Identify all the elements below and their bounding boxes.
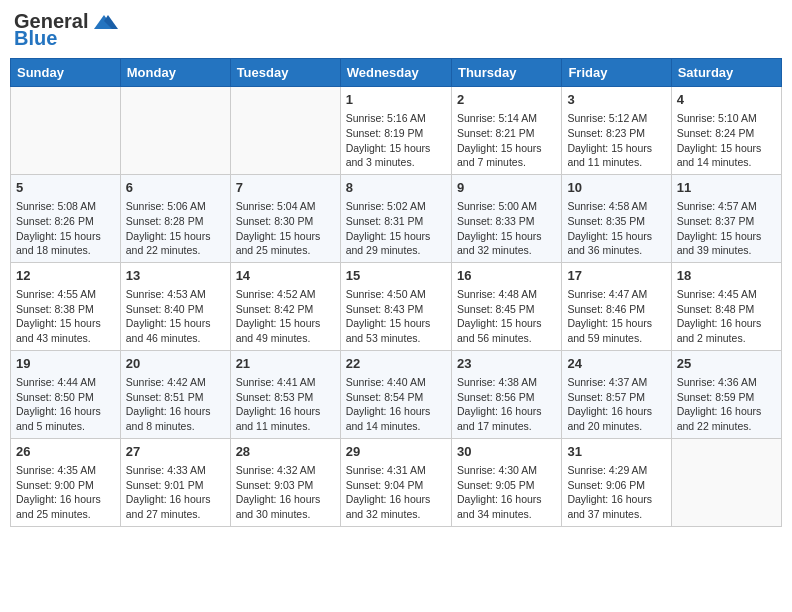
day-info: Sunrise: 4:33 AM Sunset: 9:01 PM Dayligh…	[126, 463, 225, 522]
calendar-cell	[120, 87, 230, 175]
day-number: 24	[567, 355, 665, 373]
calendar-cell: 6Sunrise: 5:06 AM Sunset: 8:28 PM Daylig…	[120, 174, 230, 262]
day-of-week-header: Wednesday	[340, 59, 451, 87]
logo: General Blue	[14, 10, 118, 50]
calendar-cell: 26Sunrise: 4:35 AM Sunset: 9:00 PM Dayli…	[11, 438, 121, 526]
calendar-cell: 9Sunrise: 5:00 AM Sunset: 8:33 PM Daylig…	[451, 174, 561, 262]
day-of-week-header: Friday	[562, 59, 671, 87]
calendar-cell: 15Sunrise: 4:50 AM Sunset: 8:43 PM Dayli…	[340, 262, 451, 350]
day-info: Sunrise: 4:45 AM Sunset: 8:48 PM Dayligh…	[677, 287, 776, 346]
day-info: Sunrise: 5:12 AM Sunset: 8:23 PM Dayligh…	[567, 111, 665, 170]
calendar-cell: 19Sunrise: 4:44 AM Sunset: 8:50 PM Dayli…	[11, 350, 121, 438]
day-info: Sunrise: 4:42 AM Sunset: 8:51 PM Dayligh…	[126, 375, 225, 434]
day-info: Sunrise: 5:08 AM Sunset: 8:26 PM Dayligh…	[16, 199, 115, 258]
day-info: Sunrise: 4:38 AM Sunset: 8:56 PM Dayligh…	[457, 375, 556, 434]
calendar-cell: 27Sunrise: 4:33 AM Sunset: 9:01 PM Dayli…	[120, 438, 230, 526]
calendar-cell: 28Sunrise: 4:32 AM Sunset: 9:03 PM Dayli…	[230, 438, 340, 526]
day-info: Sunrise: 4:52 AM Sunset: 8:42 PM Dayligh…	[236, 287, 335, 346]
day-info: Sunrise: 5:02 AM Sunset: 8:31 PM Dayligh…	[346, 199, 446, 258]
calendar-cell: 8Sunrise: 5:02 AM Sunset: 8:31 PM Daylig…	[340, 174, 451, 262]
calendar-cell: 5Sunrise: 5:08 AM Sunset: 8:26 PM Daylig…	[11, 174, 121, 262]
calendar-cell: 3Sunrise: 5:12 AM Sunset: 8:23 PM Daylig…	[562, 87, 671, 175]
day-info: Sunrise: 5:14 AM Sunset: 8:21 PM Dayligh…	[457, 111, 556, 170]
calendar-cell: 25Sunrise: 4:36 AM Sunset: 8:59 PM Dayli…	[671, 350, 781, 438]
calendar-cell: 7Sunrise: 5:04 AM Sunset: 8:30 PM Daylig…	[230, 174, 340, 262]
day-of-week-header: Tuesday	[230, 59, 340, 87]
calendar-cell	[11, 87, 121, 175]
day-number: 9	[457, 179, 556, 197]
day-info: Sunrise: 4:41 AM Sunset: 8:53 PM Dayligh…	[236, 375, 335, 434]
day-info: Sunrise: 4:32 AM Sunset: 9:03 PM Dayligh…	[236, 463, 335, 522]
day-info: Sunrise: 4:48 AM Sunset: 8:45 PM Dayligh…	[457, 287, 556, 346]
day-info: Sunrise: 5:16 AM Sunset: 8:19 PM Dayligh…	[346, 111, 446, 170]
page-header: General Blue	[10, 10, 782, 50]
day-number: 11	[677, 179, 776, 197]
calendar-cell: 10Sunrise: 4:58 AM Sunset: 8:35 PM Dayli…	[562, 174, 671, 262]
day-number: 31	[567, 443, 665, 461]
calendar-week-row: 19Sunrise: 4:44 AM Sunset: 8:50 PM Dayli…	[11, 350, 782, 438]
calendar-cell	[230, 87, 340, 175]
day-info: Sunrise: 4:40 AM Sunset: 8:54 PM Dayligh…	[346, 375, 446, 434]
day-info: Sunrise: 5:00 AM Sunset: 8:33 PM Dayligh…	[457, 199, 556, 258]
calendar-cell: 14Sunrise: 4:52 AM Sunset: 8:42 PM Dayli…	[230, 262, 340, 350]
calendar-cell: 29Sunrise: 4:31 AM Sunset: 9:04 PM Dayli…	[340, 438, 451, 526]
calendar-cell: 12Sunrise: 4:55 AM Sunset: 8:38 PM Dayli…	[11, 262, 121, 350]
day-info: Sunrise: 4:53 AM Sunset: 8:40 PM Dayligh…	[126, 287, 225, 346]
day-info: Sunrise: 4:36 AM Sunset: 8:59 PM Dayligh…	[677, 375, 776, 434]
day-number: 1	[346, 91, 446, 109]
logo-icon	[90, 11, 118, 33]
day-number: 28	[236, 443, 335, 461]
day-number: 8	[346, 179, 446, 197]
day-of-week-header: Monday	[120, 59, 230, 87]
day-info: Sunrise: 4:57 AM Sunset: 8:37 PM Dayligh…	[677, 199, 776, 258]
calendar-cell: 17Sunrise: 4:47 AM Sunset: 8:46 PM Dayli…	[562, 262, 671, 350]
day-number: 23	[457, 355, 556, 373]
calendar-cell: 2Sunrise: 5:14 AM Sunset: 8:21 PM Daylig…	[451, 87, 561, 175]
day-number: 13	[126, 267, 225, 285]
day-number: 15	[346, 267, 446, 285]
day-number: 5	[16, 179, 115, 197]
day-info: Sunrise: 4:31 AM Sunset: 9:04 PM Dayligh…	[346, 463, 446, 522]
calendar-cell: 22Sunrise: 4:40 AM Sunset: 8:54 PM Dayli…	[340, 350, 451, 438]
day-number: 17	[567, 267, 665, 285]
day-number: 27	[126, 443, 225, 461]
calendar-cell: 16Sunrise: 4:48 AM Sunset: 8:45 PM Dayli…	[451, 262, 561, 350]
calendar-week-row: 1Sunrise: 5:16 AM Sunset: 8:19 PM Daylig…	[11, 87, 782, 175]
day-info: Sunrise: 4:44 AM Sunset: 8:50 PM Dayligh…	[16, 375, 115, 434]
day-number: 2	[457, 91, 556, 109]
calendar-table: SundayMondayTuesdayWednesdayThursdayFrid…	[10, 58, 782, 527]
day-number: 19	[16, 355, 115, 373]
day-of-week-header: Saturday	[671, 59, 781, 87]
day-of-week-header: Thursday	[451, 59, 561, 87]
calendar-cell: 24Sunrise: 4:37 AM Sunset: 8:57 PM Dayli…	[562, 350, 671, 438]
calendar-cell: 30Sunrise: 4:30 AM Sunset: 9:05 PM Dayli…	[451, 438, 561, 526]
day-number: 3	[567, 91, 665, 109]
calendar-cell	[671, 438, 781, 526]
day-number: 25	[677, 355, 776, 373]
day-number: 7	[236, 179, 335, 197]
day-number: 22	[346, 355, 446, 373]
day-number: 21	[236, 355, 335, 373]
calendar-cell: 23Sunrise: 4:38 AM Sunset: 8:56 PM Dayli…	[451, 350, 561, 438]
calendar-week-row: 26Sunrise: 4:35 AM Sunset: 9:00 PM Dayli…	[11, 438, 782, 526]
day-of-week-header: Sunday	[11, 59, 121, 87]
calendar-cell: 18Sunrise: 4:45 AM Sunset: 8:48 PM Dayli…	[671, 262, 781, 350]
day-number: 14	[236, 267, 335, 285]
calendar-header-row: SundayMondayTuesdayWednesdayThursdayFrid…	[11, 59, 782, 87]
calendar-cell: 20Sunrise: 4:42 AM Sunset: 8:51 PM Dayli…	[120, 350, 230, 438]
day-info: Sunrise: 4:47 AM Sunset: 8:46 PM Dayligh…	[567, 287, 665, 346]
calendar-cell: 13Sunrise: 4:53 AM Sunset: 8:40 PM Dayli…	[120, 262, 230, 350]
calendar-week-row: 5Sunrise: 5:08 AM Sunset: 8:26 PM Daylig…	[11, 174, 782, 262]
day-info: Sunrise: 4:35 AM Sunset: 9:00 PM Dayligh…	[16, 463, 115, 522]
day-number: 29	[346, 443, 446, 461]
day-info: Sunrise: 4:29 AM Sunset: 9:06 PM Dayligh…	[567, 463, 665, 522]
day-info: Sunrise: 5:04 AM Sunset: 8:30 PM Dayligh…	[236, 199, 335, 258]
day-info: Sunrise: 4:50 AM Sunset: 8:43 PM Dayligh…	[346, 287, 446, 346]
day-info: Sunrise: 4:37 AM Sunset: 8:57 PM Dayligh…	[567, 375, 665, 434]
day-info: Sunrise: 5:06 AM Sunset: 8:28 PM Dayligh…	[126, 199, 225, 258]
calendar-cell: 1Sunrise: 5:16 AM Sunset: 8:19 PM Daylig…	[340, 87, 451, 175]
day-number: 30	[457, 443, 556, 461]
calendar-cell: 21Sunrise: 4:41 AM Sunset: 8:53 PM Dayli…	[230, 350, 340, 438]
day-number: 6	[126, 179, 225, 197]
day-info: Sunrise: 5:10 AM Sunset: 8:24 PM Dayligh…	[677, 111, 776, 170]
